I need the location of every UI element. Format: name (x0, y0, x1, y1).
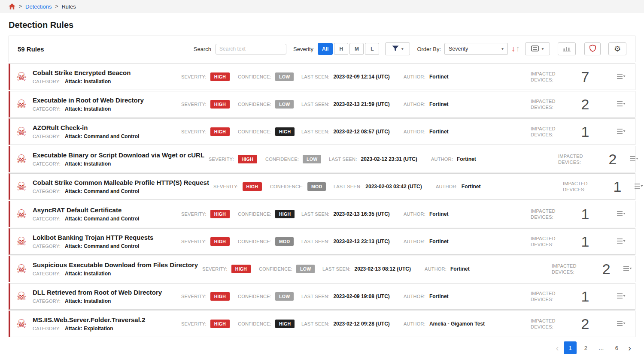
rule-title[interactable]: Cobalt Strike Common Malleable Profile H… (33, 179, 209, 186)
author-cell: AUTHOR: Fortinet (436, 184, 563, 190)
row-menu-button[interactable] (615, 291, 627, 302)
last-seen-cell: LAST SEEN: 2023-02-13 23:13 (UTC) (301, 238, 404, 244)
last-seen-value: 2023-02-13 08:12 (UTC) (354, 266, 410, 272)
author-label: AUTHOR: (404, 129, 425, 134)
rule-row[interactable]: ☠ AZORult Check-in CATEGORY: Attack: Com… (9, 118, 635, 145)
last-seen-label: LAST SEEN: (322, 266, 350, 272)
impacted-devices-label: IMPACTED DEVICES: (531, 126, 570, 137)
pagination-prev-icon[interactable]: ‹ (553, 343, 562, 353)
rule-title[interactable]: Suspicious Executable Download from File… (33, 261, 198, 268)
gear-icon: ⚙ (614, 44, 621, 54)
row-menu-button[interactable] (615, 209, 627, 220)
rule-title[interactable]: AsyncRAT Default Certificate (33, 206, 177, 214)
rule-row[interactable]: ☠ Suspicious Executable Download from Fi… (9, 256, 635, 282)
row-menu-button[interactable] (615, 99, 627, 110)
severity-filter-low[interactable]: L (365, 43, 379, 55)
last-seen-cell: LAST SEEN: 2023-02-09 19:08 (UTC) (301, 293, 404, 299)
confidence-label: CONFIDENCE: (238, 239, 271, 244)
impacted-label-line1: IMPACTED (563, 181, 602, 186)
impacted-devices-label: IMPACTED DEVICES: (531, 208, 570, 220)
rule-row[interactable]: ☠ Executable in Root of Web Directory CA… (9, 91, 635, 118)
rule-title[interactable]: Executable Binary or Script Download via… (33, 151, 204, 159)
settings-button[interactable]: ⚙ (608, 42, 626, 55)
severity-badge: HIGH (210, 320, 230, 328)
rule-row[interactable]: ☠ MS.IIS.Web.Server.Folder.Traversal.2 C… (9, 311, 635, 337)
confidence-label: CONFIDENCE: (259, 266, 292, 272)
severity-cell: SEVERITY: HIGH (181, 127, 238, 136)
row-menu-button[interactable] (615, 72, 627, 82)
severity-filter-medium[interactable]: M (349, 43, 364, 55)
row-menu-cell (600, 291, 635, 302)
sort-descending-icon[interactable]: ↓ (511, 44, 516, 54)
rule-title[interactable]: MS.IIS.Web.Server.Folder.Traversal.2 (33, 316, 177, 323)
rule-row[interactable]: ☠ AsyncRAT Default Certificate CATEGORY:… (9, 201, 635, 227)
last-seen-label: LAST SEEN: (301, 294, 329, 299)
bar-chart-icon (563, 45, 571, 53)
severity-label: SEVERITY: (181, 129, 207, 134)
shield-icon (589, 45, 596, 53)
rule-row[interactable]: ☠ Lokibot Banking Trojan HTTP Requests C… (9, 228, 635, 255)
last-seen-label: LAST SEEN: (301, 102, 329, 107)
rule-row[interactable]: ☠ Executable Binary or Script Download v… (9, 146, 635, 172)
pagination-page-1[interactable]: 1 (564, 341, 577, 354)
pagination-next-icon[interactable]: › (626, 343, 634, 353)
shield-button[interactable] (584, 42, 601, 55)
rule-title[interactable]: Executable in Root of Web Directory (33, 97, 177, 104)
pagination-ellipsis: … (595, 341, 608, 354)
rule-title-block: Lokibot Banking Trojan HTTP Requests CAT… (33, 234, 181, 249)
rule-category-line: CATEGORY: Attack: Installation (33, 298, 177, 304)
home-icon[interactable] (9, 3, 15, 9)
category-label: CATEGORY: (33, 326, 61, 331)
impacted-label-line2: DEVICES: (558, 160, 598, 165)
rule-row[interactable]: ☠ DLL Retrieved from Root of Web Directo… (9, 283, 635, 310)
menu-icon (634, 184, 643, 190)
row-menu-button[interactable] (621, 264, 634, 275)
skull-icon: ☠ (16, 126, 27, 138)
rule-title[interactable]: DLL Retrieved from Root of Web Directory (33, 289, 177, 296)
category-value: Attack: Command and Control (65, 133, 139, 139)
rule-row[interactable]: ☠ Cobalt Strike Encrypted Beacon CATEGOR… (9, 63, 635, 90)
view-mode-button[interactable]: ▾ (525, 42, 550, 55)
row-menu-button[interactable] (615, 127, 627, 137)
rule-title[interactable]: AZORult Check-in (33, 124, 177, 131)
confidence-badge: LOW (275, 100, 294, 109)
row-menu-button[interactable] (615, 236, 627, 247)
severity-filter-all[interactable]: All (318, 43, 333, 55)
rule-category-line: CATEGORY: Attack: Installation (33, 106, 177, 112)
rule-icon-cell: ☠ (10, 291, 33, 302)
severity-filter-high[interactable]: H (334, 43, 348, 55)
row-menu-button[interactable] (615, 319, 627, 329)
rule-title-block: Suspicious Executable Download from File… (33, 261, 202, 277)
rule-category-line: CATEGORY: Attack: Installation (33, 161, 204, 167)
pagination-page-2[interactable]: 2 (579, 341, 592, 354)
confidence-badge: LOW (296, 265, 315, 273)
pagination-page-6[interactable]: 6 (610, 341, 623, 354)
skull-icon: ☠ (16, 208, 27, 220)
toolbar-controls: Search Severity All H M L ▾ Order By: Se… (194, 42, 626, 55)
chart-view-button[interactable] (558, 42, 576, 55)
rule-icon-cell: ☠ (10, 99, 33, 110)
confidence-label: CONFIDENCE: (238, 102, 271, 107)
severity-badge: HIGH (210, 237, 230, 246)
rule-title[interactable]: Lokibot Banking Trojan HTTP Requests (33, 234, 177, 241)
rule-category-line: CATEGORY: Attack: Exploitation (33, 326, 177, 332)
breadcrumb-detections[interactable]: Detections (25, 3, 52, 10)
rule-title[interactable]: Cobalt Strike Encrypted Beacon (33, 69, 177, 76)
severity-cell: SEVERITY: HIGH (181, 237, 238, 246)
skull-icon: ☠ (16, 181, 27, 193)
row-menu-button[interactable] (628, 154, 640, 165)
row-menu-button[interactable] (632, 181, 644, 192)
last-seen-value: 2023-02-12 08:57 (UTC) (333, 129, 389, 135)
filter-button[interactable]: ▾ (385, 42, 410, 55)
search-input[interactable] (216, 44, 286, 54)
confidence-cell: CONFIDENCE: HIGH (238, 127, 301, 136)
confidence-label: CONFIDENCE: (238, 129, 271, 134)
severity-cell: SEVERITY: HIGH (181, 100, 238, 109)
sort-ascending-icon[interactable]: ↑ (516, 44, 520, 54)
rule-row[interactable]: ☠ Cobalt Strike Common Malleable Profile… (9, 173, 635, 200)
severity-cell: SEVERITY: HIGH (181, 210, 238, 218)
order-by-select[interactable]: Severity ▾ (444, 43, 508, 55)
rule-title-block: DLL Retrieved from Root of Web Directory… (33, 289, 181, 304)
menu-icon (617, 129, 626, 136)
card-view-icon (531, 45, 539, 53)
